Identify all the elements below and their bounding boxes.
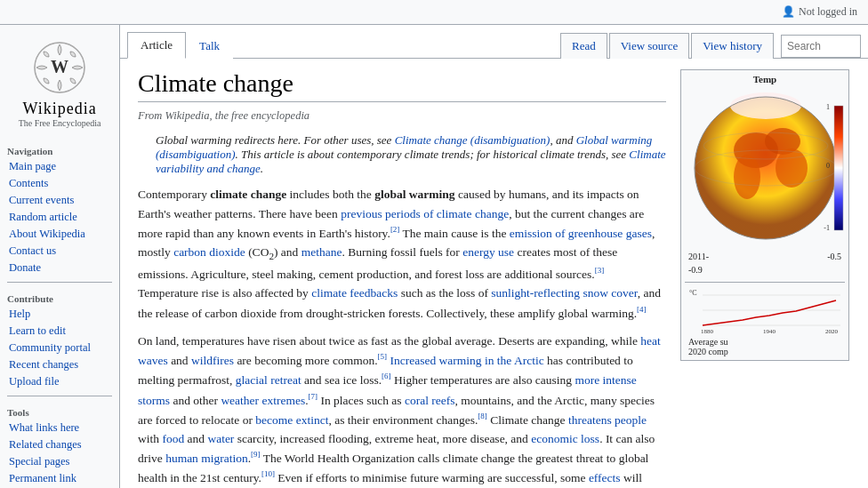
link-energy-use[interactable]: energy use [462,245,514,259]
top-bar: 👤 Not logged in [0,0,868,25]
avg-note-text: Average su [688,337,728,347]
sidebar-item-permanent-link[interactable]: Permanent link [0,470,119,487]
tab-bar: Article Talk Read View source View histo… [120,25,868,59]
sidebar-item-contents[interactable]: Contents [0,175,119,192]
sidebar-item-special-pages[interactable]: Special pages [0,453,119,470]
article-paragraph-1: Contemporary climate change includes bot… [138,185,666,323]
svg-text:0: 0 [826,162,830,170]
svg-text:1: 1 [826,103,830,111]
hatnote-text: Global warming redirects here. For other… [156,133,666,175]
link-co2[interactable]: carbon dioxide [173,245,245,259]
svg-rect-12 [834,106,843,230]
sidebar-item-contact-us[interactable]: Contact us [0,243,119,260]
chart-value-2: -0.9 [688,265,703,275]
tab-article[interactable]: Article [127,32,186,59]
link-water[interactable]: water [207,432,234,445]
tab-view-source[interactable]: View source [609,33,690,59]
sidebar-item-learn-edit[interactable]: Learn to edit [0,323,119,340]
main-layout: W Wikipedia The Free Encyclopedia Naviga… [0,25,868,488]
link-weather-extremes[interactable]: weather extremes [221,393,305,406]
hatnote: Global warming redirects here. For other… [138,133,666,176]
logo-area: W Wikipedia The Free Encyclopedia [0,32,119,140]
sidebar-item-community-portal[interactable]: Community portal [0,340,119,356]
wikipedia-logo: W [33,41,86,94]
link-threatens-people[interactable]: threatens people [568,412,647,426]
tab-talk[interactable]: Talk [186,33,233,59]
sidebar-item-donate[interactable]: Donate [0,260,119,276]
article-paragraph-2: On land, temperatures have risen about t… [138,332,666,488]
svg-point-7 [776,148,808,188]
search-box[interactable] [781,35,861,58]
sidebar-item-help[interactable]: Help [0,306,119,323]
avg-note: Average su [685,337,845,347]
link-emission[interactable]: emission of greenhouse gases [510,227,652,240]
chart-value-row: -0.9 [685,263,845,276]
link-economic-loss[interactable]: economic loss [531,432,599,445]
navigation-section-title: Navigation [0,140,119,158]
sidebar-item-current-events[interactable]: Current events [0,192,119,209]
year-start: 2011- [688,252,709,261]
link-food[interactable]: food [162,432,184,445]
svg-text:1940: 1940 [763,328,776,335]
link-glacial-retreat[interactable]: glacial retreat [236,373,301,387]
chart-value-1: -0.5 [827,252,841,261]
search-input[interactable] [781,35,861,58]
sidebar-item-what-links-here[interactable]: What links here [0,420,119,436]
link-become-extinct[interactable]: become extinct [255,412,328,426]
tab-view-history[interactable]: View history [691,33,774,59]
sidebar-item-random-article[interactable]: Random article [0,209,119,226]
svg-text:-1: -1 [824,224,830,232]
wikipedia-tagline: The Free Encyclopedia [7,118,112,128]
sidebar-divider-2 [7,396,112,396]
temperature-chart-box: Temp [680,69,849,361]
sidebar-item-main-page[interactable]: Main page [0,158,119,175]
tools-section-title: Tools [0,402,119,420]
article: Climate change From Wikipedia, the free … [120,59,868,488]
link-coral-reefs[interactable]: coral reefs [405,393,455,406]
sidebar-item-related-changes[interactable]: Related changes [0,436,119,453]
link-previous-periods[interactable]: previous periods of climate change [341,207,509,220]
link-effects[interactable]: effects [589,471,621,484]
sidebar-divider-1 [7,282,112,283]
svg-text:2020: 2020 [825,328,839,335]
svg-text:°C: °C [689,289,697,297]
sidebar-item-upload-file[interactable]: Upload file [0,373,119,390]
mini-line-chart: °C 1880 1940 2020 [685,286,847,335]
from-wikipedia: From Wikipedia, the free encyclopedia [138,109,666,123]
svg-point-6 [734,155,760,199]
sidebar-item-about-wikipedia[interactable]: About Wikipedia [0,226,119,243]
user-icon: 👤 [782,5,795,19]
not-logged-in-text: Not logged in [799,5,857,19]
hatnote-link-1[interactable]: Climate change (disambiguation) [395,133,551,147]
link-climate-feedbacks[interactable]: climate feedbacks [311,286,398,300]
link-snow-cover[interactable]: sunlight-reflecting snow cover [491,286,637,300]
link-wildfires[interactable]: wildfires [191,354,234,367]
sidebar: W Wikipedia The Free Encyclopedia Naviga… [0,25,120,488]
svg-text:W: W [51,57,68,76]
article-sidebar: Temp [680,69,854,488]
year-2020-text: 2020 comp [688,347,728,356]
link-methane[interactable]: methane [301,245,342,259]
link-human-migration[interactable]: human migration [165,452,248,465]
chart-title: Temp [685,74,845,84]
link-arctic-warming[interactable]: Increased warming in the Arctic [390,354,543,367]
year-2020-note: 2020 comp [685,347,845,356]
tab-read[interactable]: Read [560,33,607,59]
mini-chart: °C 1880 1940 2020 [685,282,845,356]
chart-year-label: 2011- -0.5 [685,250,845,263]
temperature-globe-chart: 1 0 -1 [685,88,847,248]
article-title: Climate change [138,69,666,102]
contribute-section-title: Contribute [0,288,119,306]
svg-text:1880: 1880 [701,328,714,335]
wikipedia-name: Wikipedia [7,100,112,118]
tab-actions: Read View source View history [559,32,861,58]
article-main: Climate change From Wikipedia, the free … [138,69,666,488]
sidebar-item-recent-changes[interactable]: Recent changes [0,356,119,373]
content-area: Article Talk Read View source View histo… [120,25,868,488]
